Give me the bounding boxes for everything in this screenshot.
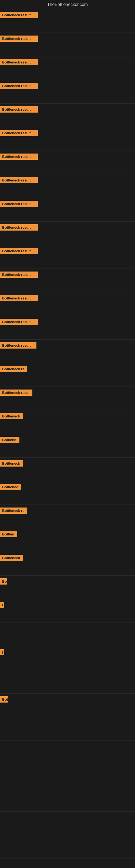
bottleneck-row: Bottlene	[0, 434, 135, 458]
bottleneck-row: Bottleneck result	[0, 151, 135, 175]
bottleneck-result-bar[interactable]: Bottleneck re	[0, 366, 27, 372]
bottleneck-row: Bottleneck	[0, 458, 135, 481]
bottleneck-result-bar[interactable]: Bottleneck result	[0, 319, 38, 325]
site-title: TheBottlenecker.com	[0, 0, 135, 9]
bottleneck-result-bar[interactable]: Bottleneck resul	[0, 390, 32, 396]
bottleneck-row: Bot	[0, 693, 135, 717]
bottleneck-result-bar[interactable]: Bottleneck result	[0, 106, 38, 113]
bottleneck-result-bar[interactable]: Bottlenec	[0, 484, 21, 490]
bottleneck-row: Bottleneck result	[0, 9, 135, 33]
bottleneck-row	[0, 788, 135, 812]
bottleneck-result-bar[interactable]: Bottleneck result	[0, 83, 38, 89]
bottleneck-result-bar[interactable]: Bottleneck result	[0, 177, 38, 183]
bottleneck-row: Bottleneck result	[0, 269, 135, 292]
bottleneck-row: Bottleneck result	[0, 104, 135, 127]
bottleneck-result-bar[interactable]: Bot	[0, 696, 8, 703]
bottleneck-row: Bottleneck result	[0, 222, 135, 245]
bottleneck-result-bar[interactable]: Bottleneck	[0, 460, 23, 467]
bottleneck-row: Bottleneck result	[0, 56, 135, 80]
bottleneck-row: Bottleneck result	[0, 245, 135, 269]
bottleneck-result-bar[interactable]: Bottleneck	[0, 413, 23, 420]
bottleneck-result-bar[interactable]: Bottleneck result	[0, 12, 38, 18]
bottleneck-result-bar[interactable]: Bottleneck result	[0, 272, 38, 278]
bottleneck-row: Bottlen	[0, 528, 135, 552]
bottleneck-row: Bottleneck result	[0, 80, 135, 104]
bottleneck-result-bar[interactable]: Bottleneck result	[0, 295, 38, 301]
bottleneck-result-bar[interactable]: Bottleneck result	[0, 201, 38, 207]
bottleneck-result-bar[interactable]: Bottleneck result	[0, 59, 38, 65]
bottleneck-row: Bottleneck result	[0, 292, 135, 316]
bottleneck-row: Bottleneck	[0, 410, 135, 434]
bottleneck-result-bar[interactable]: Bottleneck result	[0, 342, 37, 348]
bottleneck-row: Bottleneck re	[0, 363, 135, 387]
bottleneck-row: Bottleneck	[0, 552, 135, 576]
bottleneck-row: Bottleneck result	[0, 127, 135, 151]
bottleneck-row: |	[0, 646, 135, 670]
bottleneck-row	[0, 835, 135, 859]
bottleneck-row: Bottleneck resul	[0, 387, 135, 410]
bottleneck-row	[0, 670, 135, 693]
bottleneck-row: Bottleneck result	[0, 316, 135, 340]
bottleneck-row: B	[0, 599, 135, 623]
bottleneck-row: Bottleneck result	[0, 340, 135, 363]
bottleneck-result-bar[interactable]: |	[0, 649, 4, 655]
bottleneck-row	[0, 812, 135, 835]
bottleneck-row	[0, 741, 135, 764]
bottleneck-result-bar[interactable]: Bottleneck result	[0, 224, 38, 230]
bottleneck-result-bar[interactable]: B	[0, 602, 4, 608]
bottleneck-result-bar[interactable]: Bottlene	[0, 437, 19, 443]
bottleneck-row: Bottleneck result	[0, 198, 135, 222]
bottleneck-row: Bottleneck result	[0, 33, 135, 56]
bottleneck-result-bar[interactable]: Bottleneck result	[0, 154, 38, 160]
bottleneck-result-bar[interactable]: Bo	[0, 578, 7, 585]
bottleneck-result-bar[interactable]: Bottleneck	[0, 555, 23, 561]
bottleneck-result-bar[interactable]: Bottlen	[0, 531, 17, 537]
bottleneck-row: Bo	[0, 576, 135, 599]
bottleneck-row	[0, 623, 135, 646]
bottleneck-row: Bottleneck re	[0, 505, 135, 528]
bottleneck-row: Bottlenec	[0, 481, 135, 505]
bottleneck-result-bar[interactable]: Bottleneck result	[0, 248, 38, 254]
bottleneck-result-bar[interactable]: Bottleneck result	[0, 130, 38, 136]
bottleneck-result-bar[interactable]: Bottleneck re	[0, 507, 27, 514]
bottleneck-row: Bottleneck result	[0, 175, 135, 198]
bottleneck-row	[0, 717, 135, 741]
bottleneck-result-bar[interactable]: Bottleneck result	[0, 35, 38, 42]
bottleneck-row	[0, 764, 135, 788]
